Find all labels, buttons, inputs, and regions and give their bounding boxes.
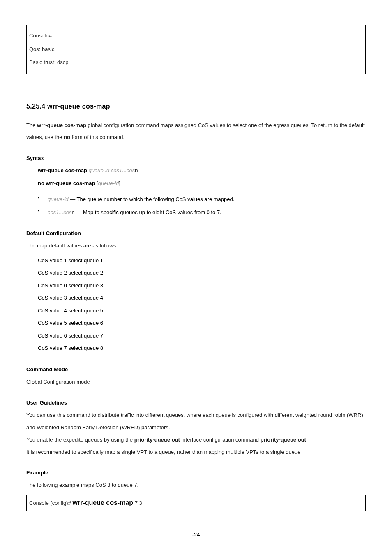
syntax-block: wrr-queue cos-map queue-id cos1...cosn n…	[38, 164, 366, 190]
page-root: Console# Qos: basic Basic trust: dscp 5.…	[0, 0, 392, 554]
list-item: cos1...cosn — Map to specific queues up …	[38, 206, 366, 219]
list-item: CoS value 4 select queue 5	[38, 305, 366, 317]
text: interface configuration command	[180, 437, 261, 443]
param-name: cos1...cos	[48, 209, 72, 215]
console-line: Qos: basic	[29, 43, 363, 56]
cmdmode-heading: Command Mode	[26, 366, 366, 372]
text: n	[135, 167, 138, 173]
console-output-box: Console# Qos: basic Basic trust: dscp	[26, 25, 366, 74]
syntax-cmd: no wrr-queue cos-map	[38, 180, 97, 186]
guidelines-p2: You enable the expedite queues by using …	[26, 434, 366, 446]
list-item: CoS value 5 select queue 6	[38, 317, 366, 330]
guidelines-p1: You can use this command to distribute t…	[26, 409, 366, 434]
command-name: priority-queue out	[261, 437, 306, 443]
bracket: ]	[119, 180, 120, 186]
guidelines-p3: It is recommended to specifically map a …	[26, 446, 366, 458]
list-item: queue-id — The queue number to which the…	[38, 193, 366, 206]
command-name: wrr-queue cos-map	[37, 122, 86, 128]
syntax-line: wrr-queue cos-map queue-id cos1...cosn	[38, 164, 366, 177]
example-heading: Example	[26, 469, 366, 476]
text: .	[306, 437, 308, 443]
text: The	[26, 122, 37, 128]
intro-paragraph: The wrr-queue cos-map global configurati…	[26, 119, 366, 144]
param-name: queue-id	[48, 196, 69, 202]
list-item: CoS value 0 select queue 3	[38, 280, 366, 292]
section-title: 5.25.4 wrr-queue cos-map	[26, 103, 366, 110]
param-desc: n — Map to specific queues up to eight C…	[72, 209, 221, 215]
syntax-line: no wrr-queue cos-map [queue-id]	[38, 177, 366, 190]
list-item: CoS value 2 select queue 2	[38, 267, 366, 280]
cmdmode-text: Global Configuration mode	[26, 376, 366, 388]
default-intro: The map default values are as follows:	[26, 240, 366, 252]
param-desc: — The queue number to which the followin…	[69, 196, 235, 202]
example-box: Console (config)# wrr-queue cos-map 7 3	[26, 495, 366, 511]
default-list: CoS value 1 select queue 1 CoS value 2 s…	[38, 254, 366, 355]
no-keyword: no	[64, 134, 70, 140]
console-prompt: Console (config)#	[29, 500, 73, 506]
console-line: Console#	[29, 29, 363, 43]
list-item: CoS value 6 select queue 7	[38, 330, 366, 342]
syntax-bullets: queue-id — The queue number to which the…	[38, 193, 366, 218]
list-item: CoS value 7 select queue 8	[38, 342, 366, 355]
default-heading: Default Configuration	[26, 230, 366, 236]
command-name: priority-queue out	[134, 437, 180, 443]
list-item: CoS value 3 select queue 4	[38, 292, 366, 305]
syntax-cmd: wrr-queue cos-map	[38, 167, 89, 173]
syntax-arg: queue-id	[98, 180, 119, 186]
text: You enable the expedite queues by using …	[26, 437, 134, 443]
page-number: -24	[26, 532, 366, 538]
guidelines-heading: User Guidelines	[26, 400, 366, 406]
syntax-heading: Syntax	[26, 155, 366, 161]
example-intro: The following example maps CoS 3 to queu…	[26, 479, 366, 491]
text: form of this command.	[70, 134, 125, 140]
example-command: wrr-queue cos-map	[73, 499, 134, 506]
example-args: 7 3	[133, 500, 142, 506]
list-item: CoS value 1 select queue 1	[38, 254, 366, 267]
syntax-arg: queue-id cos1...cos	[89, 167, 135, 173]
console-line: Basic trust: dscp	[29, 56, 363, 69]
